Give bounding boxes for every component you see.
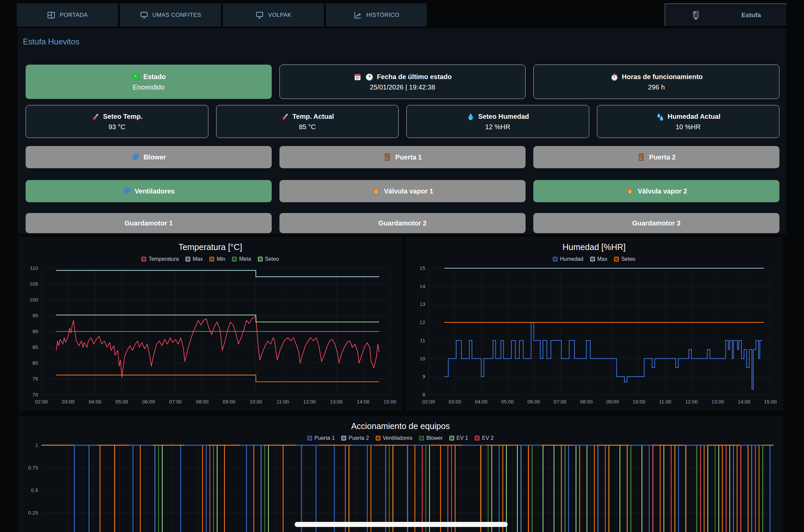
legend-item[interactable]: Max [186,256,203,262]
legend-label: Meta [239,256,251,262]
valvula-vapor-1-label: Válvula vapor 1 [384,187,433,195]
valvula-vapor-2-button[interactable]: Válvula vapor 2 [533,180,780,202]
fire-icon [625,187,634,195]
card-horas-label: Horas de funcionamiento [622,73,703,81]
droplet-icon [466,112,475,121]
legend-item[interactable]: Meta [232,256,251,262]
svg-text:09:00: 09:00 [223,399,236,404]
legend-item[interactable]: Min [209,256,225,262]
ventiladores-button[interactable]: Ventiladores [25,180,272,202]
svg-text:11:00: 11:00 [276,399,288,404]
temperatura-chart: 02:0003:0004:0005:0006:0007:0008:0009:00… [22,264,399,408]
legend-swatch [553,257,558,262]
fire-icon [372,187,380,195]
guardamotor-2-button[interactable]: Guardamotor 2 [279,213,526,233]
svg-text:06:00: 06:00 [143,399,155,404]
svg-text:09:00: 09:00 [606,399,619,404]
card-seteo-humedad: Seteo Humedad 12 %HR [406,105,589,138]
blower-button[interactable]: Blower [25,146,272,168]
svg-text:75: 75 [32,376,38,382]
tab-portada[interactable]: PORTADA [17,3,118,26]
humedad-chart-legend: HumedadMaxSeteo [409,256,779,262]
legend-label: Ventiladores [383,435,412,441]
legend-label: Min [217,256,225,262]
droplets-icon [656,112,665,121]
humedad-chart-panel: Humedad [%HR] HumedadMaxSeteo 02:0003:00… [405,237,783,411]
thermometer-icon [281,112,289,121]
svg-text:10: 10 [419,356,425,361]
legend-item[interactable]: Blower [419,435,443,441]
horizontal-scrollbar[interactable] [295,522,508,527]
tab-historico-label: HISTÓRICO [366,12,399,19]
legend-item[interactable]: Ventiladores [376,435,412,441]
card-humedad-actual-value: 10 %HR [676,123,700,131]
svg-text:100: 100 [30,297,38,303]
valvula-vapor-1-button[interactable]: Válvula vapor 1 [279,180,526,202]
svg-text:12:00: 12:00 [303,399,316,404]
chart-increasing-icon [354,11,362,20]
legend-item[interactable]: Seteo [258,256,279,262]
svg-text:105: 105 [30,281,38,287]
svg-text:12: 12 [419,319,425,325]
card-seteo-humedad-label: Seteo Humedad [478,113,529,120]
svg-text:03:00: 03:00 [62,399,75,404]
tab-historico[interactable]: HISTÓRICO [326,3,427,26]
legend-swatch [341,436,346,440]
legend-item[interactable]: Puerta 2 [341,435,369,441]
legend-item[interactable]: Seteo [614,256,635,262]
tab-volpak[interactable]: VOLPAK [223,3,324,26]
legend-swatch [209,257,214,262]
svg-text:70: 70 [32,392,38,397]
card-estado: Estado Encendido [25,64,272,99]
legend-swatch [419,436,424,440]
desktop-computer-icon [691,10,701,20]
svg-text:15:00: 15:00 [764,399,777,404]
tab-umas-confites[interactable]: UMAS CONFITES [120,3,221,26]
svg-text:07:00: 07:00 [169,399,182,404]
nav-spacer [429,3,665,26]
legend-item[interactable]: Max [590,256,607,262]
legend-item[interactable]: EV 2 [475,435,493,441]
blower-label: Blower [144,153,166,161]
tab-volpak-label: VOLPAK [268,12,291,19]
svg-text:80: 80 [32,360,38,366]
legend-item[interactable]: Temperatura [142,256,179,262]
legend-swatch [232,257,237,262]
device-estufa-button[interactable]: Estufa [665,3,787,26]
legend-item[interactable]: Humedad [553,256,583,262]
svg-text:15:00: 15:00 [384,399,396,404]
legend-swatch [614,257,619,262]
legend-item[interactable]: EV 1 [449,435,468,441]
puerta-2-button[interactable]: Puerta 2 [533,146,780,168]
guardamotor-3-button[interactable]: Guardamotor 3 [533,213,780,233]
guardamotor-3-label: Guardamotor 3 [632,220,680,227]
svg-text:10:00: 10:00 [633,399,646,404]
legend-swatch [376,436,380,440]
guardamotor-1-button[interactable]: Guardamotor 1 [25,213,272,233]
card-fecha-value: 25/01/2026 | 19:42:38 [370,83,435,91]
svg-text:04:00: 04:00 [475,399,487,404]
svg-text:05:00: 05:00 [115,399,128,404]
svg-text:06:00: 06:00 [528,399,540,404]
door-icon [637,153,646,162]
legend-label: Max [597,256,607,262]
valvula-vapor-2-label: Válvula vapor 2 [638,187,687,195]
svg-text:12:00: 12:00 [685,399,698,404]
layout-icon [47,11,56,20]
temperatura-chart-title: Temperatura [°C] [22,237,399,252]
legend-swatch [307,436,312,440]
legend-item[interactable]: Puerta 1 [307,435,335,441]
svg-text:11:00: 11:00 [659,399,671,404]
stopwatch-icon [610,73,619,81]
svg-text:0.5: 0.5 [31,487,38,493]
svg-text:14:00: 14:00 [738,399,750,404]
svg-text:14:00: 14:00 [357,399,370,404]
svg-text:13:00: 13:00 [330,399,343,404]
guardamotor-1-label: Guardamotor 1 [125,220,173,227]
card-seteo-humedad-value: 12 %HR [485,123,510,131]
cyclone-icon [131,153,140,162]
puerta-1-button[interactable]: Puerta 1 [279,146,526,168]
main-section: Estufa Huevitos Estado Encendido Fecha d… [18,28,786,234]
svg-text:1: 1 [35,442,38,448]
svg-text:11: 11 [420,338,425,343]
